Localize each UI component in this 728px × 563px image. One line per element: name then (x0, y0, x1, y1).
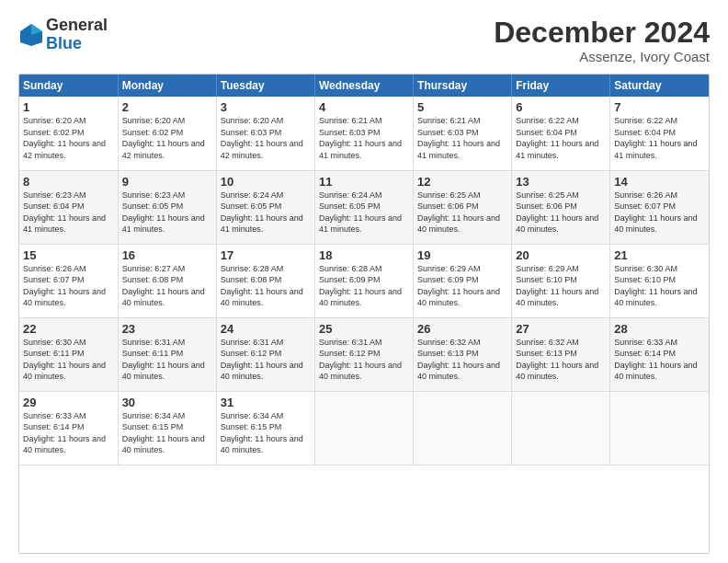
cell-details: Sunrise: 6:29 AMSunset: 6:10 PMDaylight:… (516, 264, 598, 308)
day-number: 1 (23, 100, 114, 114)
calendar-cell: 15Sunrise: 6:26 AMSunset: 6:07 PMDayligh… (19, 244, 118, 317)
calendar-cell: 14Sunrise: 6:26 AMSunset: 6:07 PMDayligh… (610, 170, 709, 244)
calendar-cell: 17Sunrise: 6:28 AMSunset: 6:08 PMDayligh… (216, 244, 314, 317)
col-thursday: Thursday (414, 75, 512, 97)
cell-details: Sunrise: 6:25 AMSunset: 6:06 PMDaylight:… (417, 190, 500, 235)
day-number: 21 (614, 248, 705, 262)
day-number: 12 (417, 175, 507, 189)
cell-details: Sunrise: 6:20 AMSunset: 6:03 PMDaylight:… (221, 116, 303, 160)
calendar-cell (414, 391, 512, 465)
col-sunday: Sunday (19, 75, 118, 97)
calendar-week-row: 1Sunrise: 6:20 AMSunset: 6:02 PMDaylight… (19, 97, 709, 170)
day-number: 11 (319, 175, 409, 189)
day-number: 27 (516, 322, 606, 336)
day-number: 15 (23, 248, 114, 262)
calendar-cell: 1Sunrise: 6:20 AMSunset: 6:02 PMDaylight… (19, 97, 118, 170)
title-section: December 2024 Assenze, Ivory Coast (494, 17, 710, 64)
calendar-cell: 20Sunrise: 6:29 AMSunset: 6:10 PMDayligh… (512, 244, 610, 317)
day-number: 28 (614, 322, 705, 336)
day-number: 17 (221, 248, 311, 262)
calendar-cell: 10Sunrise: 6:24 AMSunset: 6:05 PMDayligh… (216, 170, 314, 244)
calendar-cell: 27Sunrise: 6:32 AMSunset: 6:13 PMDayligh… (512, 317, 610, 391)
col-wednesday: Wednesday (314, 75, 413, 97)
calendar-cell: 30Sunrise: 6:34 AMSunset: 6:15 PMDayligh… (118, 391, 216, 465)
calendar-cell: 21Sunrise: 6:30 AMSunset: 6:10 PMDayligh… (610, 244, 709, 317)
day-number: 2 (122, 100, 212, 114)
calendar-week-row: 8Sunrise: 6:23 AMSunset: 6:04 PMDaylight… (19, 170, 709, 244)
col-friday: Friday (512, 75, 610, 97)
cell-details: Sunrise: 6:20 AMSunset: 6:02 PMDaylight:… (122, 116, 205, 160)
cell-details: Sunrise: 6:27 AMSunset: 6:08 PMDaylight:… (122, 264, 205, 308)
calendar-cell: 13Sunrise: 6:25 AMSunset: 6:06 PMDayligh… (512, 170, 610, 244)
calendar-cell: 2Sunrise: 6:20 AMSunset: 6:02 PMDaylight… (118, 97, 216, 170)
day-number: 9 (122, 175, 212, 189)
day-number: 6 (516, 100, 606, 114)
calendar-week-row: 29Sunrise: 6:33 AMSunset: 6:14 PMDayligh… (19, 391, 709, 465)
calendar-cell (610, 391, 709, 465)
day-number: 19 (417, 248, 507, 262)
calendar-cell: 4Sunrise: 6:21 AMSunset: 6:03 PMDaylight… (314, 97, 413, 170)
day-number: 18 (319, 248, 409, 262)
logo-icon (18, 22, 44, 48)
cell-details: Sunrise: 6:31 AMSunset: 6:11 PMDaylight:… (122, 338, 205, 382)
day-number: 22 (23, 322, 114, 336)
day-number: 24 (221, 322, 311, 336)
day-number: 8 (23, 175, 114, 189)
calendar-cell: 12Sunrise: 6:25 AMSunset: 6:06 PMDayligh… (414, 170, 512, 244)
cell-details: Sunrise: 6:25 AMSunset: 6:06 PMDaylight:… (516, 190, 598, 235)
page: General Blue December 2024 Assenze, Ivor… (0, 0, 728, 563)
calendar-cell: 8Sunrise: 6:23 AMSunset: 6:04 PMDaylight… (19, 170, 118, 244)
calendar-cell: 3Sunrise: 6:20 AMSunset: 6:03 PMDaylight… (216, 97, 314, 170)
calendar-cell: 26Sunrise: 6:32 AMSunset: 6:13 PMDayligh… (414, 317, 512, 391)
calendar-cell: 31Sunrise: 6:34 AMSunset: 6:15 PMDayligh… (216, 391, 314, 465)
day-number: 3 (221, 100, 311, 114)
cell-details: Sunrise: 6:30 AMSunset: 6:11 PMDaylight:… (23, 338, 106, 382)
cell-details: Sunrise: 6:32 AMSunset: 6:13 PMDaylight:… (417, 338, 500, 382)
cell-details: Sunrise: 6:20 AMSunset: 6:02 PMDaylight:… (23, 116, 106, 160)
calendar-week-row: 22Sunrise: 6:30 AMSunset: 6:11 PMDayligh… (19, 317, 709, 391)
calendar-cell: 7Sunrise: 6:22 AMSunset: 6:04 PMDaylight… (610, 97, 709, 170)
cell-details: Sunrise: 6:22 AMSunset: 6:04 PMDaylight:… (516, 116, 598, 160)
cell-details: Sunrise: 6:26 AMSunset: 6:07 PMDaylight:… (614, 190, 697, 235)
cell-details: Sunrise: 6:34 AMSunset: 6:15 PMDaylight:… (122, 411, 205, 455)
day-number: 20 (516, 248, 606, 262)
calendar-cell: 24Sunrise: 6:31 AMSunset: 6:12 PMDayligh… (216, 317, 314, 391)
cell-details: Sunrise: 6:33 AMSunset: 6:14 PMDaylight:… (23, 411, 106, 455)
cell-details: Sunrise: 6:31 AMSunset: 6:12 PMDaylight:… (319, 338, 402, 382)
cell-details: Sunrise: 6:23 AMSunset: 6:04 PMDaylight:… (23, 190, 106, 235)
logo: General Blue (18, 17, 108, 53)
logo-general-text: General (46, 16, 108, 34)
calendar-cell: 18Sunrise: 6:28 AMSunset: 6:09 PMDayligh… (314, 244, 413, 317)
cell-details: Sunrise: 6:28 AMSunset: 6:09 PMDaylight:… (319, 264, 402, 308)
calendar-body: 1Sunrise: 6:20 AMSunset: 6:02 PMDaylight… (19, 97, 709, 465)
day-number: 29 (23, 396, 114, 409)
day-number: 13 (516, 175, 606, 189)
calendar-header: Sunday Monday Tuesday Wednesday Thursday… (19, 75, 709, 97)
day-number: 7 (614, 100, 705, 114)
col-tuesday: Tuesday (216, 75, 314, 97)
cell-details: Sunrise: 6:29 AMSunset: 6:09 PMDaylight:… (417, 264, 500, 308)
cell-details: Sunrise: 6:31 AMSunset: 6:12 PMDaylight:… (221, 338, 303, 382)
calendar-cell: 19Sunrise: 6:29 AMSunset: 6:09 PMDayligh… (414, 244, 512, 317)
calendar-cell: 5Sunrise: 6:21 AMSunset: 6:03 PMDaylight… (414, 97, 512, 170)
cell-details: Sunrise: 6:30 AMSunset: 6:10 PMDaylight:… (614, 264, 697, 308)
calendar-cell: 16Sunrise: 6:27 AMSunset: 6:08 PMDayligh… (118, 244, 216, 317)
cell-details: Sunrise: 6:24 AMSunset: 6:05 PMDaylight:… (221, 190, 303, 235)
day-number: 30 (122, 396, 212, 409)
calendar-cell: 23Sunrise: 6:31 AMSunset: 6:11 PMDayligh… (118, 317, 216, 391)
calendar-cell (314, 391, 413, 465)
calendar-cell: 9Sunrise: 6:23 AMSunset: 6:05 PMDaylight… (118, 170, 216, 244)
day-number: 10 (221, 175, 311, 189)
cell-details: Sunrise: 6:34 AMSunset: 6:15 PMDaylight:… (221, 411, 303, 455)
col-saturday: Saturday (610, 75, 709, 97)
calendar-week-row: 15Sunrise: 6:26 AMSunset: 6:07 PMDayligh… (19, 244, 709, 317)
cell-details: Sunrise: 6:23 AMSunset: 6:05 PMDaylight:… (122, 190, 205, 235)
cell-details: Sunrise: 6:33 AMSunset: 6:14 PMDaylight:… (614, 338, 697, 382)
location-title: Assenze, Ivory Coast (494, 49, 710, 64)
cell-details: Sunrise: 6:26 AMSunset: 6:07 PMDaylight:… (23, 264, 106, 308)
month-title: December 2024 (494, 17, 710, 49)
col-monday: Monday (118, 75, 216, 97)
day-number: 5 (417, 100, 507, 114)
logo-blue-text: Blue (46, 34, 82, 52)
calendar: Sunday Monday Tuesday Wednesday Thursday… (18, 74, 710, 554)
